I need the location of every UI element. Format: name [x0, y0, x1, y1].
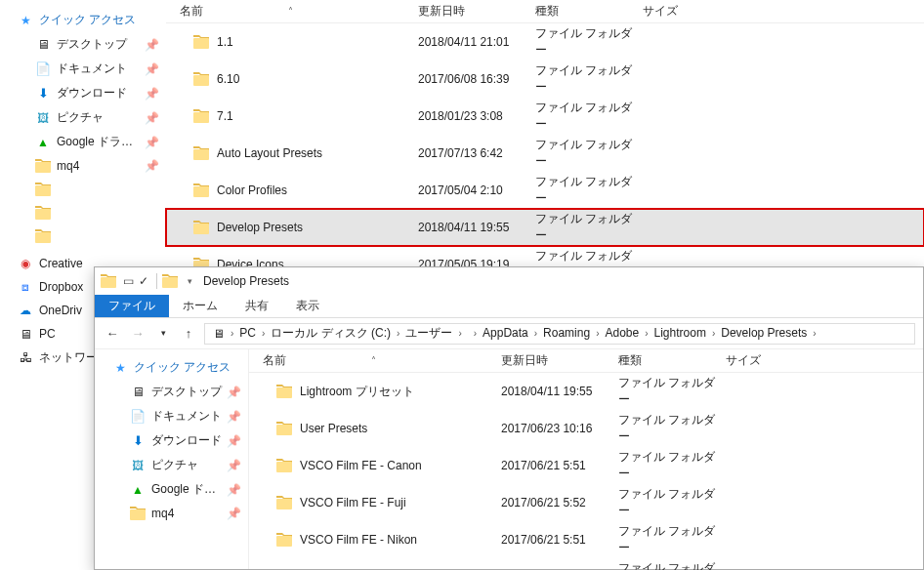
col-size[interactable]: サイズ: [643, 3, 924, 20]
col-name[interactable]: 名前˄: [166, 3, 418, 20]
tab-home[interactable]: ホーム: [169, 295, 231, 317]
col-name[interactable]: 名前˄: [249, 352, 501, 369]
document-icon: 📄: [35, 61, 51, 77]
sidebar-item[interactable]: [0, 224, 166, 248]
chevron-right-icon[interactable]: ›: [532, 328, 539, 339]
table-row[interactable]: Develop Presets2018/04/11 19:55ファイル フォルダ…: [166, 209, 924, 246]
folder-icon: [276, 533, 292, 547]
qat-props-icon[interactable]: ▭: [120, 274, 136, 288]
breadcrumb-segment[interactable]: PC: [235, 326, 260, 340]
table-row[interactable]: 7.12018/01/23 3:08ファイル フォルダー: [166, 98, 924, 135]
title-bar[interactable]: ▭ ✓ ▾ Develop Presets: [95, 267, 923, 295]
pin-icon: 📌: [227, 483, 238, 497]
breadcrumb-segment[interactable]: ローカル ディスク (C:): [267, 326, 395, 340]
file-type: ファイル フォルダー: [618, 523, 726, 556]
nav-forward-icon[interactable]: →: [128, 324, 147, 344]
table-row[interactable]: VSCO Film FE - Olympus2017/06/21 5:52ファイ…: [249, 558, 923, 570]
sidebar-item[interactable]: ▲Google ドライブ📌: [95, 477, 248, 502]
folder-icon: [276, 496, 292, 509]
file-name: 6.10: [217, 72, 239, 86]
sidebar-item[interactable]: ▲Google ドライブ📌: [0, 130, 166, 154]
pin-icon: 📌: [145, 87, 156, 101]
sidebar-item[interactable]: ⬇ダウンロード📌: [95, 428, 248, 453]
file-type: ファイル フォルダー: [535, 174, 643, 207]
folder-icon: [35, 182, 51, 197]
sidebar-item-label: ダウンロード: [57, 85, 145, 102]
sidebar-quick-access[interactable]: ★ クイック アクセス: [0, 8, 166, 32]
col-type[interactable]: 種類: [535, 3, 643, 20]
chevron-right-icon[interactable]: ›: [472, 328, 479, 339]
sidebar-item-label: デスクトップ: [151, 384, 227, 400]
table-row[interactable]: VSCO Film FE - Nikon2017/06/21 5:51ファイル …: [249, 521, 923, 558]
folder-icon: [276, 385, 292, 398]
sidebar-item[interactable]: 🖥デスクトップ📌: [0, 32, 166, 57]
nav-up-icon[interactable]: ↑: [179, 324, 198, 344]
breadcrumb-segment[interactable]: AppData: [479, 326, 532, 340]
file-type: ファイル フォルダー: [535, 62, 643, 96]
pictures-icon: 🖼: [130, 458, 146, 473]
breadcrumb-segment[interactable]: Develop Presets: [717, 326, 811, 340]
file-date: 2017/06/23 10:16: [501, 422, 618, 435]
nav-back-icon[interactable]: ←: [103, 324, 122, 344]
sidebar-item[interactable]: 🖼ピクチャ📌: [0, 105, 166, 130]
tab-share[interactable]: 共有: [231, 295, 282, 317]
chevron-right-icon[interactable]: ›: [456, 328, 463, 339]
file-date: 2017/06/21 5:52: [501, 496, 618, 509]
sidebar-item[interactable]: [0, 201, 166, 224]
breadcrumb-segment[interactable]: ユーザー: [401, 326, 456, 340]
folder-icon: [162, 273, 178, 289]
chevron-right-icon[interactable]: ›: [811, 328, 818, 339]
col-type[interactable]: 種類: [618, 352, 726, 369]
sort-indicator-icon: ˄: [364, 355, 382, 366]
table-row[interactable]: User Presets2017/06/23 10:16ファイル フォルダー: [249, 410, 923, 447]
sidebar-item[interactable]: [0, 178, 166, 201]
table-row[interactable]: VSCO Film FE - Fuji2017/06/21 5:52ファイル フ…: [249, 484, 923, 521]
tab-view[interactable]: 表示: [282, 295, 333, 317]
sidebar-item[interactable]: 🖥デスクトップ📌: [95, 380, 248, 404]
sidebar-item[interactable]: mq4📌: [95, 502, 248, 525]
sidebar-item[interactable]: mq4📌: [0, 154, 166, 178]
table-row[interactable]: Auto Layout Presets2017/07/13 6:42ファイル フ…: [166, 135, 924, 172]
breadcrumb[interactable]: 🖥 › PC›ローカル ディスク (C:)›ユーザー››AppData›Roam…: [204, 323, 915, 345]
file-date: 2017/06/08 16:39: [418, 72, 535, 86]
sidebar-quick-access[interactable]: ★ クイック アクセス: [95, 355, 248, 380]
sidebar-item-label: Google ドライブ: [57, 134, 145, 150]
star-icon: ★: [18, 13, 33, 28]
breadcrumb-segment[interactable]: Lightroom: [651, 326, 710, 340]
sidebar: ★ クイック アクセス 🖥デスクトップ📌📄ドキュメント📌⬇ダウンロード📌🖼ピクチ…: [95, 349, 249, 569]
sidebar-item-label: ドキュメント: [151, 408, 227, 425]
sidebar-item[interactable]: 🖼ピクチャ📌: [95, 453, 248, 477]
table-row[interactable]: VSCO Film FE - Canon2017/06/21 5:51ファイル …: [249, 447, 923, 484]
table-row[interactable]: 6.102017/06/08 16:39ファイル フォルダー: [166, 61, 924, 98]
chevron-right-icon[interactable]: ›: [229, 328, 235, 339]
pc-icon: 🖥: [18, 326, 33, 342]
breadcrumb-segment[interactable]: Roaming: [539, 326, 594, 340]
table-row[interactable]: Lightroom プリセット2018/04/11 19:55ファイル フォルダ…: [249, 373, 923, 410]
qat-check-icon[interactable]: ✓: [136, 274, 151, 288]
col-size[interactable]: サイズ: [726, 352, 923, 369]
sidebar-item[interactable]: ⬇ダウンロード📌: [0, 81, 166, 105]
chevron-right-icon[interactable]: ›: [643, 328, 650, 339]
file-name: User Presets: [300, 422, 367, 435]
pin-icon: 📌: [145, 159, 156, 173]
window-title: Develop Presets: [203, 274, 289, 288]
folder-icon: [193, 221, 209, 234]
separator: [156, 273, 157, 289]
nav-recent-icon[interactable]: ▾: [153, 324, 173, 344]
dropdown-icon[interactable]: ▾: [182, 277, 197, 286]
file-name: Color Profiles: [217, 183, 287, 197]
breadcrumb-segment[interactable]: [464, 326, 472, 340]
tab-file[interactable]: ファイル: [95, 295, 169, 317]
file-name: 1.1: [217, 35, 233, 49]
ribbon-tabs: ファイル ホーム 共有 表示: [95, 295, 923, 318]
sidebar-item[interactable]: 📄ドキュメント📌: [95, 404, 248, 428]
sidebar-item[interactable]: 📄ドキュメント📌: [0, 57, 166, 81]
file-type: ファイル フォルダー: [535, 211, 643, 244]
col-date[interactable]: 更新日時: [501, 352, 618, 369]
table-row[interactable]: 1.12018/04/11 21:01ファイル フォルダー: [166, 23, 924, 61]
breadcrumb-segment[interactable]: Adobe: [601, 326, 643, 340]
folder-icon: [101, 273, 116, 289]
pc-icon: 🖥: [211, 326, 227, 342]
col-date[interactable]: 更新日時: [418, 3, 535, 20]
table-row[interactable]: Color Profiles2017/05/04 2:10ファイル フォルダー: [166, 172, 924, 209]
